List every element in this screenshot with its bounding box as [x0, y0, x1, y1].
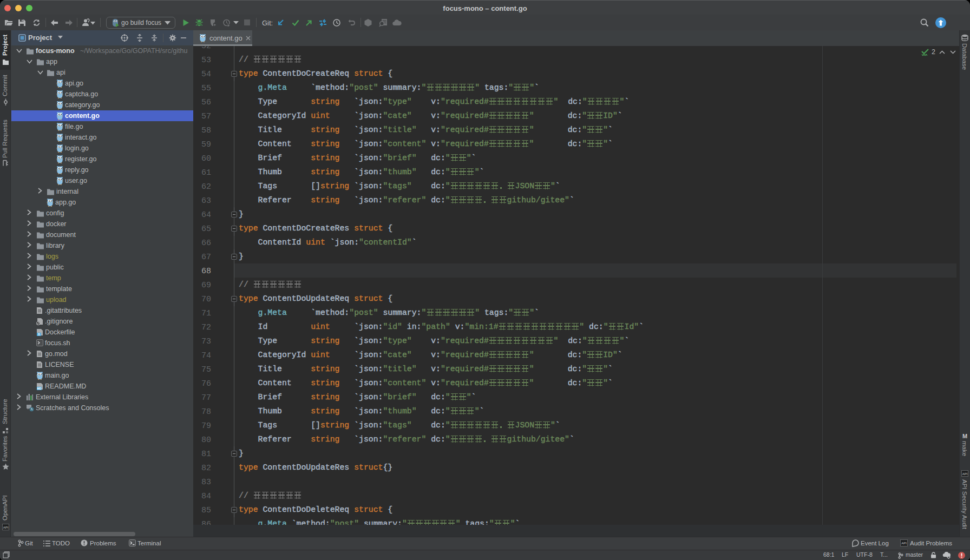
svg-text:API: API	[3, 526, 9, 529]
svg-text:API: API	[901, 542, 907, 545]
svg-text:MD: MD	[37, 387, 42, 390]
svg-text:API: API	[962, 472, 968, 476]
svg-text:D: D	[38, 333, 40, 336]
